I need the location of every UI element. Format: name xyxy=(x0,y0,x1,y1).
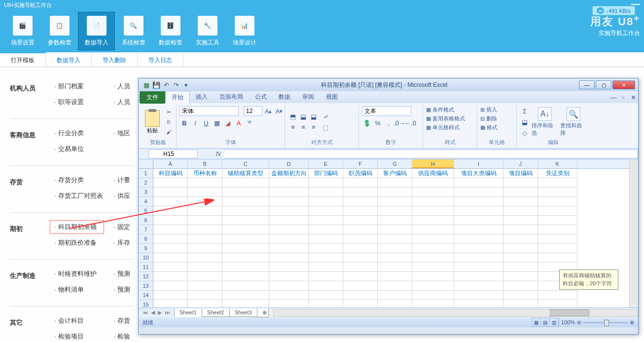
cell[interactable] xyxy=(538,197,577,206)
cell[interactable] xyxy=(412,197,454,206)
cell[interactable] xyxy=(188,281,222,291)
italic-button[interactable]: I xyxy=(190,118,200,128)
new-sheet-button[interactable]: ⊕ xyxy=(257,308,269,317)
cell[interactable] xyxy=(454,206,503,216)
format-painter-icon[interactable]: 🖌 xyxy=(164,127,173,136)
cell[interactable]: 科目编码 xyxy=(153,169,188,178)
cell[interactable]: 辅助核算类型 xyxy=(222,169,269,178)
col-header[interactable]: H xyxy=(412,159,454,168)
align-middle-icon[interactable]: ⬓ xyxy=(298,112,308,122)
cell[interactable]: 项目编码 xyxy=(503,169,538,178)
increase-decimal-icon[interactable]: .0→ xyxy=(394,118,404,128)
merge-button[interactable]: ⬚ xyxy=(321,122,330,132)
cell[interactable] xyxy=(309,253,343,263)
cell[interactable] xyxy=(503,300,538,307)
cell[interactable] xyxy=(378,263,412,272)
nav-link[interactable]: 物料清单 xyxy=(54,285,108,294)
u8-tab-2[interactable]: 导入删除 xyxy=(92,52,138,67)
col-header[interactable]: B xyxy=(188,159,222,168)
doc-restore-button[interactable]: ▫ xyxy=(618,92,628,102)
cell[interactable] xyxy=(222,197,269,206)
nav-link[interactable]: 职等设置 xyxy=(54,98,108,107)
cell[interactable] xyxy=(222,244,269,253)
increase-font-icon[interactable]: A▴ xyxy=(263,106,273,116)
col-header[interactable]: G xyxy=(378,159,412,168)
delete-cells-button[interactable]: ⊟ 删除 xyxy=(480,115,497,122)
cell[interactable] xyxy=(343,197,378,206)
cell[interactable] xyxy=(153,272,188,281)
cell[interactable] xyxy=(454,253,503,263)
cell[interactable]: 职员编码 xyxy=(343,169,378,178)
cell[interactable] xyxy=(222,206,269,216)
cell[interactable] xyxy=(222,216,269,225)
cell[interactable] xyxy=(188,206,222,216)
cell[interactable] xyxy=(538,225,577,234)
excel-titlebar[interactable]: ▦ 💾 ↶ ↷ ▾ 科目期初余额 [只读] [兼容模式] - Microsoft… xyxy=(139,78,638,91)
cell[interactable] xyxy=(188,253,222,263)
horizontal-scrollbar[interactable] xyxy=(273,309,638,317)
cell[interactable] xyxy=(153,253,188,263)
cell[interactable] xyxy=(343,188,378,197)
cell[interactable] xyxy=(269,188,309,197)
conditional-format-button[interactable]: ▦ 条件格式 xyxy=(426,106,454,114)
cell[interactable] xyxy=(503,263,538,272)
cell[interactable] xyxy=(412,263,454,272)
menu-数据[interactable]: 数据 xyxy=(273,91,296,104)
bold-button[interactable]: B xyxy=(179,118,189,128)
cell-styles-button[interactable]: ▦ 单元格样式 xyxy=(426,124,460,131)
cell[interactable] xyxy=(343,206,378,216)
cell[interactable] xyxy=(378,244,412,253)
paste-button[interactable]: 粘贴 xyxy=(143,108,162,136)
cell[interactable] xyxy=(269,300,309,307)
row-header[interactable]: 4 xyxy=(139,197,153,206)
cell[interactable] xyxy=(153,300,188,307)
row-header[interactable]: 2 xyxy=(139,178,153,188)
nav-link[interactable]: 时格资料维护 xyxy=(54,269,108,278)
cell[interactable] xyxy=(222,253,269,263)
cell[interactable] xyxy=(222,225,269,234)
ribbon-btn-5[interactable]: 🔧实施工具 xyxy=(189,12,226,50)
row-header[interactable]: 1 xyxy=(139,169,153,178)
cell[interactable] xyxy=(538,253,577,263)
cell[interactable]: 凭证类别 xyxy=(538,169,577,178)
cell[interactable] xyxy=(378,178,412,188)
cell[interactable] xyxy=(454,244,503,253)
col-header[interactable]: C xyxy=(222,159,269,168)
col-header[interactable]: J xyxy=(503,159,538,168)
cell[interactable] xyxy=(538,206,577,216)
select-all-corner[interactable] xyxy=(139,159,153,169)
cell[interactable] xyxy=(454,272,503,281)
nav-link[interactable]: 期初跌价准备 xyxy=(54,238,108,247)
col-header[interactable]: D xyxy=(269,159,309,168)
clear-icon[interactable]: ◇ xyxy=(520,128,530,138)
menu-开始[interactable]: 开始 xyxy=(165,91,190,104)
ribbon-btn-3[interactable]: 🔍系统检查 xyxy=(115,12,152,50)
cell[interactable] xyxy=(378,216,412,225)
decrease-decimal-icon[interactable]: ←.0 xyxy=(405,118,415,128)
align-left-icon[interactable]: ≡ xyxy=(288,122,298,132)
cell[interactable] xyxy=(503,291,538,300)
cell[interactable] xyxy=(222,272,269,281)
autosum-icon[interactable]: Σ xyxy=(520,106,530,116)
underline-button[interactable]: U xyxy=(201,118,211,128)
cell[interactable] xyxy=(269,291,309,300)
phonetic-button[interactable]: ᵂ xyxy=(245,118,254,128)
cell[interactable] xyxy=(343,234,378,244)
tab-first-icon[interactable]: ⏮ xyxy=(142,309,149,316)
col-header[interactable]: K xyxy=(538,159,577,168)
cell[interactable] xyxy=(412,216,454,225)
insert-cells-button[interactable]: ⊞ 插入 xyxy=(480,106,497,114)
row-header[interactable]: 15 xyxy=(139,300,153,309)
nav-link[interactable]: 存货分类 xyxy=(54,176,108,185)
cell[interactable] xyxy=(343,253,378,263)
cell[interactable] xyxy=(503,281,538,291)
cell[interactable]: 币种名称 xyxy=(188,169,222,178)
nav-link[interactable]: 部门档案 xyxy=(54,82,108,91)
u8-tab-3[interactable]: 导入日志 xyxy=(138,52,183,67)
fx-icon[interactable]: fx xyxy=(213,150,224,157)
cell[interactable] xyxy=(503,244,538,253)
cell[interactable] xyxy=(503,216,538,225)
cell[interactable] xyxy=(309,272,343,281)
fill-color-button[interactable]: ◢ xyxy=(223,118,233,128)
nav-link[interactable]: 科目期初余额 xyxy=(50,220,104,234)
